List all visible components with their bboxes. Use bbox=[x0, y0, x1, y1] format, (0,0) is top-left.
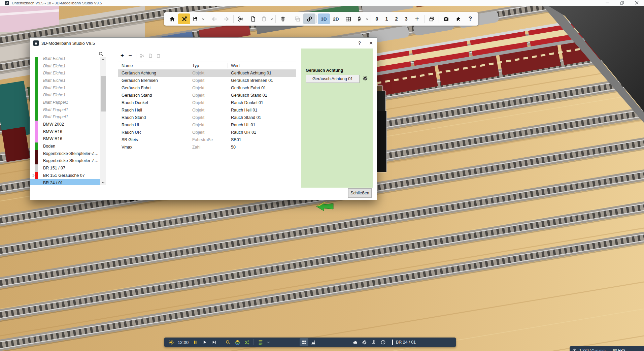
layer-3-button[interactable]: 3 bbox=[401, 13, 411, 24]
layer-1-button[interactable]: 1 bbox=[382, 13, 392, 24]
asset-list-item[interactable]: BMW 2002 bbox=[30, 121, 100, 128]
minimize-button[interactable] bbox=[600, 0, 614, 6]
search-icon[interactable] bbox=[98, 51, 104, 57]
asset-list-item[interactable]: Blatt Pappel1 bbox=[30, 99, 100, 106]
layer-0-button[interactable]: 0 bbox=[372, 13, 382, 24]
play-button[interactable] bbox=[200, 338, 209, 347]
remove-property-button[interactable]: − bbox=[126, 52, 134, 59]
view-3d-button[interactable]: 3D bbox=[318, 13, 330, 24]
redo-forward-button[interactable] bbox=[220, 13, 232, 24]
selected-object-label[interactable]: BR 24 / 01 bbox=[396, 340, 416, 345]
asset-list-item[interactable]: Bogenbrücke-Steinpfeiler-Zwis... bbox=[30, 150, 100, 157]
scroll-down-icon[interactable] bbox=[100, 180, 106, 185]
property-row[interactable]: Rauch DunkelObjektRauch Dunkel 01 bbox=[118, 99, 296, 106]
column-header-name[interactable]: Name bbox=[118, 63, 192, 68]
asset-list-item[interactable]: Blatt Eiche1 bbox=[30, 84, 100, 92]
property-row[interactable]: Rauch HellObjektRauch Hell 01 bbox=[118, 106, 296, 114]
tools-button[interactable] bbox=[178, 13, 190, 24]
property-row[interactable]: Rauch StandObjektRauch Stand 01 bbox=[118, 114, 296, 121]
cascade-windows-button[interactable] bbox=[426, 13, 438, 24]
dialog-close-button[interactable]: ✕ bbox=[365, 39, 377, 47]
skip-to-end-button[interactable] bbox=[209, 338, 219, 347]
property-row[interactable]: VmaxZahl50 bbox=[118, 143, 296, 151]
speed-slider-handle[interactable] bbox=[392, 340, 393, 345]
add-property-button[interactable]: + bbox=[118, 52, 126, 59]
property-row[interactable]: SB GleisFahrstraßeSB01 bbox=[118, 136, 296, 143]
camera-tripod-icon[interactable] bbox=[369, 338, 378, 347]
property-row[interactable]: Rauch URObjektRauch UR 01 bbox=[118, 129, 296, 136]
window-titlebar[interactable]: Unterfilzbach V9.5 - 18 - 3D-Modellbahn … bbox=[0, 0, 644, 6]
cut-property-button[interactable] bbox=[138, 52, 146, 59]
asset-list-item[interactable]: Blatt Eiche1 bbox=[30, 91, 100, 99]
save-button[interactable] bbox=[190, 13, 200, 24]
daylight-sun-icon[interactable] bbox=[166, 338, 176, 347]
zoom-search-icon[interactable] bbox=[223, 338, 233, 347]
asset-list-scrollbar[interactable] bbox=[100, 57, 106, 185]
property-row[interactable]: Geräusch BremsenObjektGeräusch Bremsen 0… bbox=[118, 77, 296, 84]
asset-list-item[interactable]: Blatt Eiche1 bbox=[30, 69, 100, 77]
property-row[interactable]: Geräusch AchtungObjektGeräusch Achtung 0… bbox=[118, 69, 296, 77]
asset-list-item[interactable]: BR 24 / 01 bbox=[30, 179, 100, 185]
screenshot-camera-button[interactable] bbox=[440, 13, 452, 24]
view-2d-button[interactable]: 2D bbox=[330, 13, 342, 24]
event-list-icon[interactable] bbox=[256, 338, 265, 347]
shuffle-routes-icon[interactable] bbox=[242, 338, 251, 347]
asset-list-item[interactable]: BMW R16 bbox=[30, 135, 100, 143]
add-layer-button[interactable]: + bbox=[411, 13, 423, 24]
asset-list-item[interactable]: Bogenbrücke-Steinpfeiler-Zwis... bbox=[30, 157, 100, 165]
status-bar: 1:220 (Z) in mm 60 FPS bbox=[570, 346, 644, 351]
dialog-help-button[interactable]: ? bbox=[354, 39, 365, 47]
pause-button[interactable] bbox=[191, 338, 200, 347]
weather-cloud-icon[interactable] bbox=[350, 338, 360, 347]
link-button[interactable] bbox=[303, 13, 315, 24]
restore-button[interactable] bbox=[614, 0, 629, 6]
gear-icon[interactable] bbox=[362, 75, 368, 81]
asset-list-item[interactable]: BR 151 / 07 bbox=[30, 164, 100, 172]
asset-list-item[interactable]: Blatt Eiche1 bbox=[30, 57, 100, 62]
grid-button[interactable] bbox=[342, 13, 354, 24]
settings-gear-icon[interactable] bbox=[360, 338, 369, 347]
copy-property-button[interactable] bbox=[146, 52, 154, 59]
cut-button[interactable] bbox=[235, 13, 247, 24]
dialog-titlebar[interactable]: 3D-Modellbahn Studio V9.5 ? ✕ bbox=[30, 38, 377, 49]
terrain-view-icon[interactable] bbox=[308, 338, 318, 347]
view-grid-button[interactable] bbox=[300, 338, 308, 346]
home-button[interactable] bbox=[166, 13, 178, 24]
property-row[interactable]: Geräusch StandObjektGeräusch Stand 01 bbox=[118, 92, 296, 99]
asset-list-item[interactable]: BMW R16 bbox=[30, 128, 100, 135]
plugins-puzzle-button[interactable] bbox=[452, 13, 464, 24]
paste-button[interactable] bbox=[259, 13, 269, 24]
copy-button[interactable] bbox=[247, 13, 259, 24]
asset-list-item[interactable]: BR 151 Geräusche 07 bbox=[30, 172, 100, 179]
group-button[interactable] bbox=[291, 13, 303, 24]
asset-list-item[interactable]: Blatt Pappel1 bbox=[30, 106, 100, 114]
help-button[interactable]: ? bbox=[464, 13, 476, 24]
train-menu-chevron[interactable] bbox=[364, 13, 370, 24]
schliessen-button[interactable]: Schließen bbox=[348, 188, 372, 198]
asset-list-item[interactable]: Blatt Eiche1 bbox=[30, 77, 100, 84]
undo-back-button[interactable] bbox=[208, 13, 220, 24]
asset-list-item[interactable]: Boden bbox=[30, 142, 100, 150]
scroll-up-icon[interactable] bbox=[100, 57, 106, 62]
property-row[interactable]: Geräusch FahrtObjektGeräusch Fahrt 01 bbox=[118, 84, 296, 92]
asset-list-item[interactable]: Blatt Eiche1 bbox=[30, 62, 100, 70]
detail-value-button[interactable]: Geräusch Achtung 01 bbox=[306, 75, 360, 83]
property-table-header[interactable]: NameTypWert bbox=[118, 62, 296, 70]
asset-list-item[interactable]: Blatt Pappel1 bbox=[30, 114, 100, 121]
save-menu-chevron[interactable] bbox=[200, 13, 206, 24]
close-window-button[interactable] bbox=[629, 0, 644, 6]
property-row[interactable]: Rauch ULObjektRauch UL 01 bbox=[118, 121, 296, 129]
layers-icon[interactable] bbox=[233, 338, 242, 347]
column-header-typ[interactable]: Typ bbox=[192, 63, 231, 68]
delete-button[interactable] bbox=[277, 13, 289, 24]
event-list-chevron[interactable] bbox=[265, 338, 271, 347]
paste-menu-chevron[interactable] bbox=[269, 13, 274, 24]
info-icon[interactable] bbox=[378, 338, 388, 347]
train-mode-button[interactable] bbox=[354, 13, 364, 24]
paste-property-button[interactable] bbox=[154, 52, 162, 59]
time-display[interactable]: 12:00 bbox=[176, 340, 191, 345]
column-header-wert[interactable]: Wert bbox=[231, 63, 296, 68]
scrollbar-thumb[interactable] bbox=[101, 76, 106, 111]
expand-chevron-icon[interactable] bbox=[30, 174, 35, 177]
layer-2-button[interactable]: 2 bbox=[392, 13, 401, 24]
